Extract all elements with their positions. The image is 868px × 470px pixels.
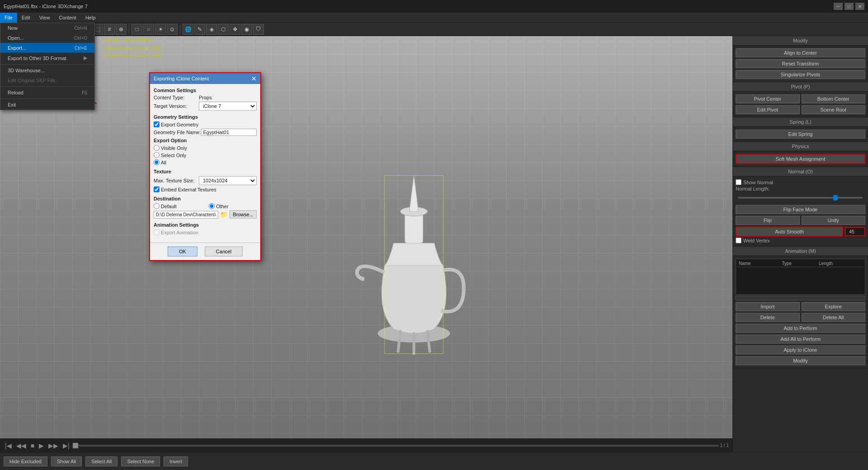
normal-content: Show Normal Normal Length: Flip Face Mod… [733,177,868,246]
toolbar-extra1[interactable]: ❖ [230,24,240,35]
modify-button[interactable]: Modify [736,356,865,365]
invert-button[interactable]: Invert [164,456,188,466]
frame-end-button[interactable]: ▶| [61,442,71,449]
menu-edit[interactable]: Edit [17,13,35,23]
export-geometry-checkbox[interactable] [154,121,160,127]
dialog-close-button[interactable]: ✕ [251,75,257,82]
add-all-to-perform-button[interactable]: Add All to Perform [736,335,865,344]
bottom-center-button[interactable]: Bottom Center [802,94,866,103]
common-settings-section: Common Settings Content Type: Props Targ… [154,88,257,111]
browse-button[interactable]: Browse... [230,210,257,219]
toolbar-material[interactable]: ◈ [206,24,217,35]
explore-button[interactable]: Explore [802,302,866,311]
toolbar-extra2[interactable]: ◉ [241,24,252,35]
export-anim-row: Export Animation [154,229,257,235]
menu-export-other[interactable]: Export to Other 3D Format ▶ [0,53,94,63]
menu-reload[interactable]: Reload F5 [0,88,94,98]
flip-button[interactable]: Flip [736,216,800,225]
weld-vertex-checkbox[interactable] [736,237,741,243]
visible-only-radio[interactable] [154,145,160,151]
max-texture-select[interactable]: 1024x1024 [199,176,257,185]
edit-spring-button[interactable]: Edit Spring [736,130,865,139]
toolbar-light[interactable]: ☀ [155,24,166,35]
menu-export-label: Export... [8,45,26,51]
menu-open[interactable]: Open... Ctrl+O [0,33,94,43]
submenu-arrow: ▶ [84,55,87,61]
toolbar-cube[interactable]: □ [131,24,142,35]
select-only-radio[interactable] [154,152,160,158]
auto-smooth-button[interactable]: Auto Smooth [736,227,843,237]
unify-button[interactable]: Unify [802,216,866,225]
select-none-button[interactable]: Select None [121,456,160,466]
toolbar-texture[interactable]: ⬡ [218,24,229,35]
menu-export[interactable]: Export... Ctrl+E [0,43,94,53]
toolbar-extra3[interactable]: ⛉ [253,24,264,35]
play-button[interactable]: ▶ [38,442,45,449]
geometry-filename-input[interactable] [201,129,257,136]
destination-path-input[interactable] [154,211,218,219]
export-dialog: Exporting iClone Content ✕ Common Settin… [149,72,261,261]
export-animation-checkbox[interactable] [154,229,160,235]
menu-exit[interactable]: Exit [0,100,94,110]
folder-icon[interactable]: 📁 [220,211,228,218]
select-all-button[interactable]: Select All [85,456,117,466]
toolbar-grid[interactable]: # [104,24,115,35]
toolbar-brush[interactable]: ✎ [194,24,205,35]
ok-button[interactable]: OK [168,247,197,256]
export-option-title: Export Option [154,138,257,143]
minimize-button[interactable]: ─ [834,3,843,10]
toolbar-globe[interactable]: 🌐 [183,24,193,35]
stop-button[interactable]: ■ [29,442,36,449]
status-info: Render: Quick Shader Visible Faces Count… [104,36,162,60]
timeline-track[interactable] [73,445,718,447]
menu-file[interactable]: File [0,13,17,23]
maximize-button[interactable]: □ [845,3,854,10]
all-row: All [154,159,257,165]
timeline-area: |◀ ◀◀ ■ ▶ ▶▶ ▶| 1 / 1 [0,438,732,452]
import-button[interactable]: Import [736,302,800,311]
prev-button[interactable]: ◀◀ [15,442,28,449]
singularize-button[interactable]: Singularize Pivots [736,70,865,79]
texture-title: Texture [154,169,257,174]
align-center-button[interactable]: Align to Center [736,48,865,57]
cancel-button[interactable]: Cancel [205,247,243,256]
next-button[interactable]: ▶▶ [47,442,60,449]
col-type: Type [780,260,816,267]
toolbar-sphere[interactable]: ○ [143,24,154,35]
menu-warehouse[interactable]: 3D Warehouse... [0,65,94,75]
default-radio[interactable] [154,203,160,209]
embed-textures-checkbox[interactable] [154,186,160,192]
delete-all-button[interactable]: Delete All [802,313,866,322]
toolbar-camera[interactable]: ⊙ [167,24,178,35]
other-radio[interactable] [209,203,215,209]
auto-smooth-value[interactable] [845,227,865,236]
menu-help[interactable]: Help [81,13,100,23]
soft-mesh-button[interactable]: Soft Mesh Assignment [736,154,865,164]
motion-scrollbar[interactable] [736,296,865,300]
close-button[interactable]: ✕ [855,3,864,10]
target-version-select[interactable]: iClone 7 [199,102,257,111]
scene-root-button[interactable]: Scene Root [802,105,866,114]
apply-to-iclone-button[interactable]: Apply to iClone [736,345,865,354]
all-radio[interactable] [154,159,160,165]
show-normal-checkbox[interactable] [736,179,741,185]
animation-settings-title: Animation Settings [154,222,257,228]
menu-content[interactable]: Content [54,13,81,23]
menu-new[interactable]: New Ctrl+N [0,23,94,33]
hide-excluded-button[interactable]: Hide Excluded [4,456,47,466]
pivot-center-button[interactable]: Pivot Center [736,94,800,103]
delete-button[interactable]: Delete [736,313,800,322]
import-explore-row: Import Explore [736,301,865,312]
frame-start-button[interactable]: |◀ [4,442,13,449]
flip-face-mode-button[interactable]: Flip Face Mode [736,205,865,214]
show-all-button[interactable]: Show All [51,456,82,466]
normal-length-thumb[interactable] [833,195,838,200]
content-type-label: Content Type: [154,95,199,100]
edit-pivot-button[interactable]: Edit Pivot [736,105,800,114]
reset-transform-button[interactable]: Reset Transform [736,59,865,68]
dialog-titlebar: Exporting iClone Content ✕ [150,73,260,84]
menu-view[interactable]: View [35,13,55,23]
embed-textures-row: Embed External Textures [154,186,257,192]
toolbar-snap[interactable]: ⊕ [116,24,127,35]
add-to-perform-button[interactable]: Add to Perform [736,324,865,333]
